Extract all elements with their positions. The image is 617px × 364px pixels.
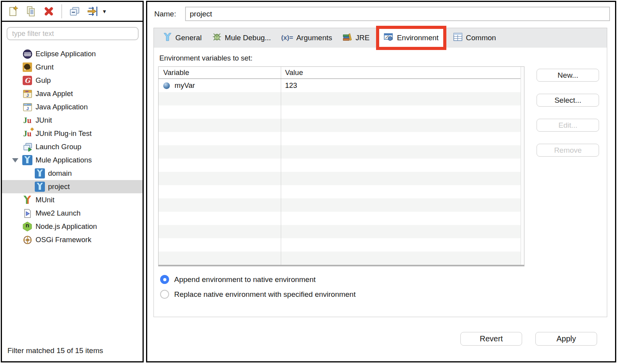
svg-text:J: J bbox=[26, 106, 29, 111]
empty-table-row[interactable] bbox=[159, 252, 524, 265]
expand-twisty-icon[interactable] bbox=[12, 158, 18, 162]
column-header-value[interactable]: Value bbox=[281, 67, 524, 79]
new-launch-config-icon[interactable] bbox=[7, 5, 19, 18]
table-action-buttons: New... Select... Edit... Remove bbox=[529, 66, 607, 157]
config-tabbar: General Mule Debug... (x)= Arguments bbox=[154, 28, 607, 48]
tab-label: Arguments bbox=[296, 34, 332, 42]
collapse-all-icon[interactable] bbox=[68, 5, 81, 18]
tree-item-label: OSGi Framework bbox=[36, 236, 91, 244]
tree-item-gulp[interactable]: G Gulp bbox=[2, 74, 143, 87]
env-variables-table: Variable Value myVar 123 bbox=[158, 66, 524, 266]
new-variable-button[interactable]: New... bbox=[537, 69, 599, 82]
grunt-icon bbox=[22, 62, 32, 72]
tree-item-eclipse-application[interactable]: Eclipse Application bbox=[2, 47, 143, 61]
footer-buttons: Revert Apply bbox=[460, 332, 597, 346]
mule-icon bbox=[163, 32, 172, 44]
empty-table-row[interactable] bbox=[159, 105, 524, 119]
filter-text-input[interactable] bbox=[7, 27, 139, 40]
empty-table-row[interactable] bbox=[159, 185, 524, 198]
gulp-icon: G bbox=[22, 75, 32, 86]
tab-jre[interactable]: JRE bbox=[342, 32, 370, 44]
bug-icon bbox=[212, 32, 222, 44]
tree-item-launch-group[interactable]: Launch Group bbox=[2, 140, 143, 153]
replace-environment-option[interactable]: Replace native environment with specifie… bbox=[160, 290, 607, 299]
table-row-myvar[interactable]: myVar 123 bbox=[159, 79, 524, 92]
duplicate-launch-config-icon[interactable] bbox=[25, 5, 37, 18]
select-variable-button[interactable]: Select... bbox=[537, 94, 599, 107]
nodejs-icon: n bbox=[22, 221, 32, 232]
empty-table-row[interactable] bbox=[159, 132, 524, 145]
column-header-variable[interactable]: Variable bbox=[159, 67, 281, 79]
tree-item-nodejs-application[interactable]: n Node.js Application bbox=[2, 220, 143, 233]
revert-button[interactable]: Revert bbox=[460, 332, 522, 346]
radio-label: Append environment to native environment bbox=[174, 275, 316, 284]
tree-item-label: Gulp bbox=[36, 76, 51, 85]
tree-item-munit[interactable]: MUnit bbox=[2, 193, 143, 207]
radio-label: Replace native environment with specifie… bbox=[174, 290, 356, 299]
tree-item-java-applet[interactable]: J Java Applet bbox=[2, 87, 143, 100]
filter-launch-configs-icon[interactable] bbox=[86, 5, 99, 18]
empty-table-row[interactable] bbox=[159, 119, 524, 132]
empty-table-row[interactable] bbox=[159, 198, 524, 212]
tab-label: Environment bbox=[397, 34, 439, 42]
tree-item-label: Launch Group bbox=[36, 143, 81, 151]
tree-item-junit[interactable]: Ju JUnit bbox=[2, 114, 143, 127]
tab-label: JRE bbox=[356, 34, 370, 42]
junit-icon: Ju bbox=[22, 115, 32, 125]
empty-table-row[interactable] bbox=[159, 238, 524, 252]
tree-item-grunt[interactable]: Grunt bbox=[2, 61, 143, 74]
launch-config-tree: Eclipse Application Grunt G G bbox=[2, 47, 143, 246]
tab-general[interactable]: General bbox=[163, 32, 202, 44]
empty-table-row[interactable] bbox=[159, 145, 524, 159]
append-environment-option[interactable]: Append environment to native environment bbox=[160, 275, 607, 284]
toolbar-separator bbox=[61, 4, 62, 18]
tree-item-mwe2-launch[interactable]: Mwe2 Launch bbox=[2, 207, 143, 220]
tab-environment[interactable]: Environment bbox=[384, 32, 439, 44]
tree-item-mule-applications[interactable]: Mule Applications bbox=[2, 153, 143, 167]
empty-table-row[interactable] bbox=[159, 92, 524, 105]
tab-common[interactable]: Common bbox=[453, 32, 496, 44]
environment-icon bbox=[384, 32, 394, 44]
table-scrollbar-track[interactable] bbox=[521, 67, 524, 265]
osgi-framework-icon bbox=[22, 235, 32, 245]
empty-table-row[interactable] bbox=[159, 172, 524, 185]
mwe2-launch-icon bbox=[22, 208, 32, 218]
env-variables-label: Environment variables to set: bbox=[159, 54, 607, 62]
tab-arguments[interactable]: (x)= Arguments bbox=[281, 34, 332, 42]
tree-item-label: Mwe2 Launch bbox=[36, 209, 80, 218]
tab-label: General bbox=[175, 34, 202, 42]
sidebar-toolbar: ▼ bbox=[2, 2, 143, 22]
filter-dropdown-caret-icon[interactable]: ▼ bbox=[102, 9, 107, 14]
environment-mode-radios: Append environment to native environment… bbox=[160, 275, 607, 299]
table-icon bbox=[453, 32, 463, 44]
delete-launch-config-icon[interactable] bbox=[43, 5, 55, 18]
filter-status: Filter matched 15 of 15 items bbox=[7, 346, 103, 355]
munit-icon bbox=[22, 195, 32, 205]
empty-table-row[interactable] bbox=[159, 225, 524, 238]
tree-item-domain[interactable]: domain bbox=[2, 167, 143, 180]
edit-variable-button[interactable]: Edit... bbox=[537, 119, 599, 132]
tree-item-project[interactable]: project bbox=[2, 180, 143, 193]
junit-plugin-icon: Ju ◆ bbox=[22, 128, 32, 139]
tree-item-osgi-framework[interactable]: OSGi Framework bbox=[2, 233, 143, 246]
tab-content-area: General Mule Debug... (x)= Arguments bbox=[153, 28, 607, 317]
tree-item-label: domain bbox=[48, 169, 72, 178]
tree-item-label: Mule Applications bbox=[36, 156, 92, 164]
variable-icon bbox=[163, 82, 170, 89]
empty-table-row[interactable] bbox=[159, 212, 524, 225]
radio-selected-icon[interactable] bbox=[160, 275, 169, 284]
remove-variable-button[interactable]: Remove bbox=[537, 144, 599, 157]
empty-table-row[interactable] bbox=[159, 159, 524, 172]
mule-applications-icon bbox=[22, 155, 32, 165]
tab-label: Common bbox=[466, 34, 496, 42]
name-input[interactable] bbox=[185, 7, 610, 21]
tree-item-junit-plugin-test[interactable]: Ju ◆ JUnit Plug-in Test bbox=[2, 127, 143, 140]
apply-button[interactable]: Apply bbox=[535, 332, 597, 346]
radio-unselected-icon[interactable] bbox=[160, 290, 169, 299]
tree-item-label: Node.js Application bbox=[36, 222, 97, 231]
svg-text:J: J bbox=[26, 93, 29, 97]
tab-mule-debug[interactable]: Mule Debug... bbox=[212, 32, 271, 44]
tree-item-java-application[interactable]: J Java Application bbox=[2, 100, 143, 114]
java-applet-icon: J bbox=[22, 89, 32, 99]
library-books-icon bbox=[342, 32, 353, 44]
